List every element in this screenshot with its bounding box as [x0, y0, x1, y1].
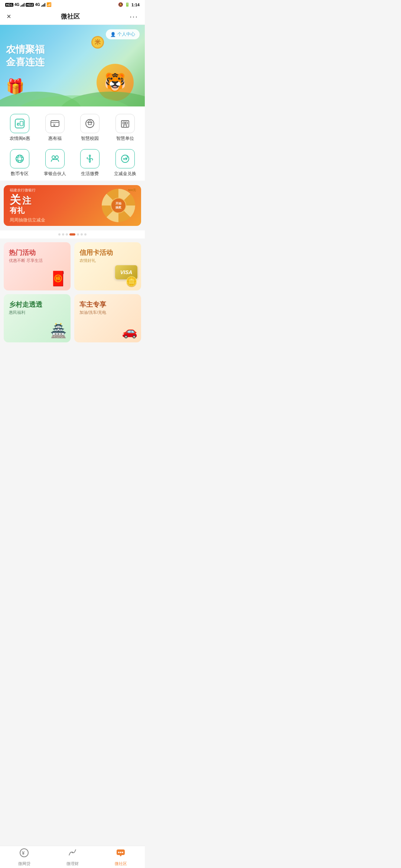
promo-text-area: 福建农行微银行 关注 有礼 周周抽微信立减金 — [4, 185, 51, 226]
menu-label-nongqing: 农情闽e惠 — [10, 135, 30, 142]
wheel-center-line1: 开始 — [115, 201, 121, 206]
wheel-prize-label: 500元 — [128, 188, 136, 192]
card-village-subtitle: 惠民福利 — [9, 310, 25, 315]
status-bar: HD1 4G HD2 4G 📶 🔕 🔋 1:14 — [0, 0, 145, 9]
card-hot-title: 热门活动 — [9, 248, 36, 257]
card-car-emoji: 🚗 — [122, 324, 137, 339]
personal-center-button[interactable]: 👤 个人中心 — [106, 29, 140, 39]
prize-wheel: 开始 抽奖 — [102, 189, 135, 222]
dot-4-active — [69, 233, 75, 236]
unit-icon — [115, 114, 135, 133]
menu-item-nongqing[interactable]: e 农情闽e惠 — [4, 114, 36, 142]
dot-1 — [58, 233, 61, 236]
visa-label: VISA — [120, 269, 133, 275]
menu-label-exchange: 立减金兑换 — [114, 171, 136, 177]
hd2-tag: HD2 — [26, 3, 34, 7]
battery-icon: 🔋 — [125, 2, 130, 7]
promo-text-youli: 有礼 — [10, 206, 45, 216]
svg-rect-13 — [125, 122, 127, 124]
svg-rect-12 — [123, 122, 125, 124]
svg-point-16 — [16, 157, 23, 161]
card-car-activities[interactable]: 车主专享 加油/洗车/充电 🚗 — [74, 294, 141, 342]
svg-rect-11 — [121, 121, 129, 127]
menu-label-huiyoufu: 惠有福 — [48, 135, 62, 142]
svg-point-19 — [55, 156, 58, 159]
card-hot-activities[interactable]: 热门活动 优惠不断 尽享生活 🧧 — [4, 242, 71, 290]
card-credit-activities[interactable]: 信用卡活动 农情好礼 VISA 🪙 — [74, 242, 141, 290]
huiyoufu-icon: ¥ — [45, 114, 65, 133]
campus-icon — [80, 114, 100, 133]
svg-rect-5 — [20, 121, 23, 126]
carousel-dots — [0, 230, 145, 239]
svg-point-18 — [52, 156, 55, 159]
exchange-icon: ¥ — [115, 149, 135, 168]
svg-text:e: e — [17, 121, 20, 127]
menu-grid: e 农情闽e惠 ¥ 惠有福 智慧校园 — [0, 106, 145, 181]
menu-item-payment[interactable]: 生活缴费 — [74, 149, 106, 177]
partner-icon — [45, 149, 65, 168]
menu-label-partner: 掌银合伙人 — [44, 171, 66, 177]
coin-decoration: 米 — [91, 36, 104, 49]
card-car-title: 车主专享 — [79, 300, 106, 309]
card-hot-subtitle: 优惠不断 尽享生活 — [9, 258, 43, 263]
credit-card-coins: 🪙 — [125, 276, 137, 287]
personal-center-label: 个人中心 — [117, 31, 135, 37]
person-icon: 👤 — [110, 32, 116, 37]
svg-text:¥: ¥ — [123, 158, 125, 161]
promo-banner[interactable]: 福建农行微银行 关注 有礼 周周抽微信立减金 开始 抽奖 500元 — [4, 185, 141, 226]
dot-3 — [66, 233, 68, 236]
svg-rect-10 — [88, 122, 91, 125]
promo-source: 福建农行微银行 — [10, 188, 45, 193]
dot-5 — [77, 233, 79, 236]
page-title: 微社区 — [61, 12, 80, 21]
menu-item-exchange[interactable]: ¥ 立减金兑换 — [109, 149, 141, 177]
card-village-emoji: 🏯 — [50, 323, 67, 339]
wheel-center-line2: 抽奖 — [115, 206, 121, 210]
banner-title-line2: 金喜连连 — [6, 56, 45, 69]
menu-item-campus[interactable]: 智慧校园 — [74, 114, 106, 142]
nongqing-icon: e — [10, 114, 29, 133]
hero-banner[interactable]: 👤 个人中心 农情聚福 金喜连连 🎁 🐯 米 — [0, 25, 145, 106]
header: × 微社区 ··· — [0, 9, 145, 25]
payment-icon — [80, 149, 100, 168]
signal-bars-2 — [41, 3, 45, 7]
menu-item-partner[interactable]: 掌银合伙人 — [39, 149, 71, 177]
card-village-title: 乡村走透透 — [9, 300, 42, 309]
menu-label-payment: 生活缴费 — [81, 171, 99, 177]
card-credit-title: 信用卡活动 — [79, 248, 113, 257]
promo-sub-text: 周周抽微信立减金 — [10, 217, 45, 223]
time-display: 1:14 — [131, 3, 140, 7]
dot-2 — [62, 233, 64, 236]
menu-item-digital[interactable]: 数币专区 — [4, 149, 36, 177]
banner-title: 农情聚福 金喜连连 — [6, 43, 45, 69]
promo-text-guan: 关 — [10, 194, 21, 206]
more-button[interactable]: ··· — [130, 12, 138, 21]
menu-item-huiyoufu[interactable]: ¥ 惠有福 — [39, 114, 71, 142]
mute-icon: 🔕 — [118, 2, 123, 7]
signal-4g-1: 4G — [14, 3, 19, 7]
card-village-activities[interactable]: 乡村走透透 惠民福利 🏯 — [4, 294, 71, 342]
banner-hills-decoration — [0, 88, 145, 106]
card-credit-subtitle: 农情好礼 — [79, 258, 96, 263]
status-left: HD1 4G HD2 4G 📶 — [5, 2, 52, 7]
signal-4g-2: 4G — [35, 3, 40, 7]
dot-6 — [81, 233, 83, 236]
status-right: 🔕 🔋 1:14 — [118, 2, 140, 7]
svg-text:¥: ¥ — [53, 123, 56, 127]
promo-text-zhu: 注 — [22, 195, 31, 206]
banner-title-line1: 农情聚福 — [6, 43, 45, 56]
signal-bars-1 — [20, 3, 25, 7]
promo-main-text: 关注 — [10, 194, 45, 206]
menu-label-unit: 智慧单位 — [116, 135, 134, 142]
activity-cards-grid: 热门活动 优惠不断 尽享生活 🧧 信用卡活动 农情好礼 VISA 🪙 乡村走透透… — [0, 239, 145, 342]
menu-label-digital: 数币专区 — [11, 171, 29, 177]
menu-label-campus: 智慧校园 — [81, 135, 99, 142]
svg-point-15 — [16, 155, 23, 162]
close-button[interactable]: × — [7, 12, 11, 21]
hd1-tag: HD1 — [5, 3, 13, 7]
wifi-icon: 📶 — [46, 2, 52, 7]
svg-point-17 — [18, 155, 22, 162]
menu-item-unit[interactable]: 智慧单位 — [109, 114, 141, 142]
card-hot-emoji: 🧧 — [49, 270, 67, 287]
wheel-center: 开始 抽奖 — [111, 198, 126, 213]
